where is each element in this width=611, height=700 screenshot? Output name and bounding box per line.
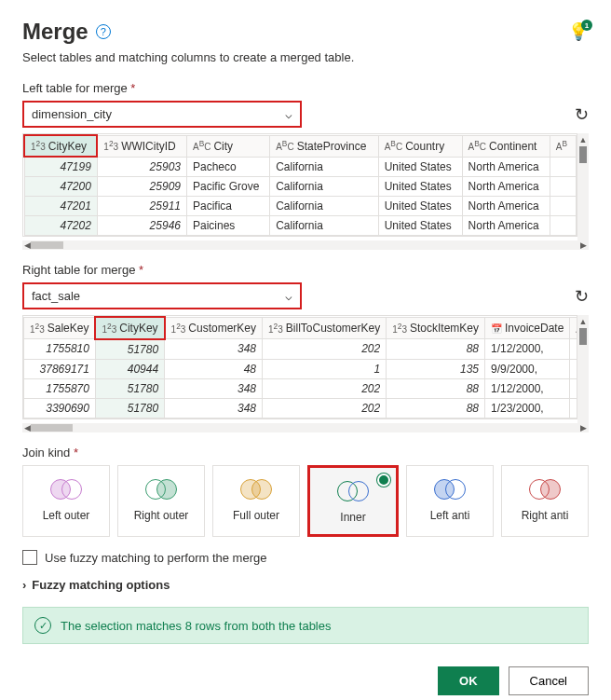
column-header[interactable]: 123SaleKey	[24, 317, 96, 338]
table-cell: North America	[462, 197, 550, 216]
table-cell: 51780	[95, 339, 164, 360]
table-cell: 348	[165, 378, 263, 398]
table-cell: 47200	[24, 177, 97, 197]
table-cell: 25903	[97, 157, 186, 177]
join-label: Left outer	[43, 509, 90, 524]
table-row[interactable]: 4720225946PaicinesCaliforniaUnited State…	[24, 216, 577, 236]
table-row[interactable]: 339069051780348202881/23/2000,	[24, 398, 578, 418]
table-cell: 25911	[97, 197, 186, 216]
chevron-down-icon: ⌵	[285, 107, 292, 121]
table-cell: Pacheco	[186, 157, 269, 177]
table-cell: 1	[263, 359, 387, 378]
join-option-left-outer[interactable]: Left outer	[22, 465, 110, 538]
idea-icon[interactable]: 💡1	[568, 21, 589, 42]
column-header[interactable]: ABCCountry	[378, 135, 462, 157]
table-cell: 1/12/2000,	[484, 339, 569, 360]
join-option-right-anti[interactable]: Right anti	[501, 465, 589, 538]
table-cell: Paicines	[186, 216, 269, 236]
left-refresh-icon[interactable]: ↻	[575, 104, 589, 125]
column-header[interactable]: 123StockItemKey	[387, 317, 485, 338]
column-header[interactable]: ABCCity	[186, 135, 269, 157]
join-option-right-outer[interactable]: Right outer	[117, 465, 205, 538]
join-kind-label: Join kind	[22, 446, 589, 460]
left-vertical-scrollbar[interactable]: ▲	[577, 133, 589, 240]
join-label: Full outer	[233, 509, 279, 524]
join-option-inner[interactable]: Inner	[307, 465, 399, 538]
column-header[interactable]: 123CityKey	[95, 317, 164, 338]
ok-button[interactable]: OK	[438, 666, 499, 695]
join-option-left-anti[interactable]: Left anti	[406, 465, 494, 538]
chevron-right-icon: ›	[22, 578, 26, 592]
table-cell: 88	[387, 398, 485, 418]
table-cell: 37869171	[24, 359, 96, 378]
table-cell: 47201	[24, 197, 97, 216]
table-cell: Pacifica	[186, 197, 269, 216]
column-header[interactable]: 123BillToCustomerKey	[263, 317, 387, 338]
column-header-more[interactable]: AB	[570, 317, 577, 338]
table-cell: 1/12/2000,	[484, 378, 569, 398]
right-table-dropdown[interactable]: fact_sale ⌵	[22, 282, 302, 309]
join-label: Inner	[340, 511, 365, 526]
right-refresh-icon[interactable]: ↻	[575, 286, 589, 307]
page-title: Merge	[22, 19, 88, 45]
table-cell: Pacific Grove	[186, 177, 269, 197]
table-cell: 202	[263, 378, 387, 398]
join-kind-grid: Left outer Right outer Full outer Inner …	[22, 465, 589, 538]
subtitle: Select tables and matching columns to cr…	[22, 50, 589, 64]
left-table-label: Left table for merge	[22, 81, 589, 95]
table-cell: 88	[387, 378, 485, 398]
table-row[interactable]: 175581051780348202881/12/2000,	[24, 339, 578, 360]
table-cell: 1755810	[24, 339, 96, 360]
table-cell: 3390690	[24, 398, 96, 418]
right-vertical-scrollbar[interactable]: ▲	[577, 315, 589, 422]
table-row[interactable]: 4720025909Pacific GroveCaliforniaUnited …	[24, 177, 577, 197]
table-cell: 202	[263, 339, 387, 360]
left-table-dropdown[interactable]: dimension_city ⌵	[22, 101, 302, 128]
table-cell: 1/23/2000,	[484, 398, 569, 418]
right-horizontal-scrollbar[interactable]: ◀▶	[22, 423, 589, 432]
table-cell: 1755870	[24, 378, 96, 398]
table-cell: 135	[387, 359, 485, 378]
table-row[interactable]: 37869171409444811359/9/2000,	[24, 359, 578, 378]
fuzzy-checkbox[interactable]	[22, 550, 37, 565]
chevron-down-icon: ⌵	[285, 289, 292, 303]
cancel-button[interactable]: Cancel	[509, 666, 589, 695]
table-cell: 202	[263, 398, 387, 418]
table-cell: United States	[378, 157, 462, 177]
table-cell: North America	[462, 177, 550, 197]
right-table-value: fact_sale	[32, 289, 80, 303]
column-header-more[interactable]: AB	[550, 135, 576, 157]
venn-icon	[240, 479, 272, 500]
venn-icon	[145, 479, 177, 500]
left-table-preview[interactable]: 123CityKey123WWICityIDABCCityABCStatePro…	[22, 133, 577, 237]
table-cell: 348	[165, 398, 263, 418]
column-header[interactable]: 📅InvoiceDate	[484, 317, 569, 338]
join-label: Right anti	[522, 509, 569, 524]
help-icon[interactable]: ?	[96, 24, 111, 39]
fuzzy-label: Use fuzzy matching to perform the merge	[45, 551, 266, 565]
column-header[interactable]: ABCStateProvince	[270, 135, 379, 157]
column-header[interactable]: 123CustomerKey	[165, 317, 263, 338]
column-header[interactable]: ABCContinent	[462, 135, 550, 157]
column-header[interactable]: 123WWICityID	[97, 135, 186, 157]
right-table-label: Right table for merge	[22, 263, 589, 277]
check-icon: ✓	[34, 617, 51, 634]
right-table-preview[interactable]: 123SaleKey123CityKey123CustomerKey123Bil…	[22, 315, 577, 419]
left-horizontal-scrollbar[interactable]: ◀▶	[22, 240, 589, 250]
table-cell: United States	[378, 216, 462, 236]
table-row[interactable]: 175587051780348202881/12/2000,	[24, 378, 578, 398]
table-cell: North America	[462, 157, 550, 177]
venn-icon	[337, 481, 369, 501]
table-row[interactable]: 4719925903PachecoCaliforniaUnited States…	[24, 157, 577, 177]
table-row[interactable]: 4720125911PacificaCaliforniaUnited State…	[24, 197, 577, 216]
column-header[interactable]: 123CityKey	[24, 135, 97, 157]
table-cell: California	[270, 157, 379, 177]
join-option-full-outer[interactable]: Full outer	[212, 465, 300, 538]
table-cell: United States	[378, 197, 462, 216]
left-table-value: dimension_city	[32, 107, 112, 121]
table-cell: 25946	[97, 216, 186, 236]
venn-icon	[434, 479, 466, 500]
table-cell: 51780	[95, 398, 164, 418]
fuzzy-options-expander[interactable]: › Fuzzy matching options	[22, 578, 589, 592]
join-label: Right outer	[134, 509, 189, 524]
